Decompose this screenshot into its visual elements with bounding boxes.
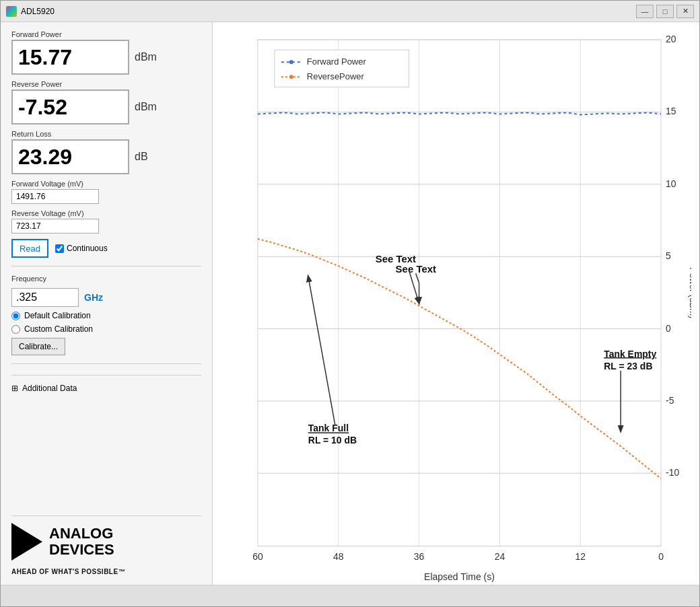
continuous-row: Continuous [55, 244, 108, 253]
fwd-voltage-group: Forward Voltage (mV) 1491.76 [11, 180, 201, 204]
rev-voltage-display: 723.17 [11, 219, 99, 234]
svg-text:Power (dBm): Power (dBm) [688, 267, 691, 318]
ghz-label[interactable]: GHz [84, 292, 103, 303]
reverse-power-label: Reverse Power [11, 80, 201, 88]
return-loss-label: Return Loss [11, 130, 201, 138]
reverse-power-display: -7.52 [11, 90, 129, 124]
fwd-voltage-display: 1491.76 [11, 189, 99, 204]
frequency-label: Frequency [11, 275, 201, 283]
svg-text:0: 0 [658, 551, 664, 562]
frequency-section: Frequency .325 GHz Default Calibration C… [11, 275, 201, 355]
default-cal-row: Default Calibration [11, 311, 201, 320]
right-panel: 20 15 10 5 0 -5 -10 Power (dBm) 60 48 36… [213, 22, 699, 585]
svg-text:RL = 23 dB: RL = 23 dB [604, 361, 652, 371]
return-loss-row: 23.29 dB [11, 139, 201, 174]
main-content: Forward Power 15.77 dBm Reverse Power -7… [1, 22, 699, 585]
return-loss-display: 23.29 [11, 139, 129, 174]
rev-voltage-label: Reverse Voltage (mV) [11, 209, 201, 217]
rev-voltage-group: Reverse Voltage (mV) 723.17 [11, 209, 201, 234]
svg-text:Elapsed Time (s): Elapsed Time (s) [424, 571, 495, 582]
svg-text:Tank Full: Tank Full [308, 423, 349, 433]
calibrate-button[interactable]: Calibrate... [11, 338, 65, 355]
forward-power-row: 15.77 dBm [11, 40, 201, 75]
main-window: ADL5920 — □ ✕ Forward Power 15.77 dBm [0, 0, 700, 607]
logo-tagline: AHEAD OF WHAT'S POSSIBLE™ [11, 568, 125, 575]
power-chart: 20 15 10 5 0 -5 -10 Power (dBm) 60 48 36… [221, 33, 691, 585]
svg-text:36: 36 [414, 551, 425, 562]
fwd-voltage-label: Forward Voltage (mV) [11, 180, 201, 188]
reverse-power-group: Reverse Power -7.52 dBm [11, 80, 201, 124]
reverse-power-unit: dBm [135, 101, 157, 113]
app-icon [6, 6, 17, 17]
custom-cal-row: Custom Calibration [11, 324, 201, 334]
return-loss-unit: dB [135, 151, 148, 163]
logo-main-line2: DEVICES [49, 542, 114, 558]
svg-text:15: 15 [666, 106, 676, 116]
read-button[interactable]: Read [11, 239, 48, 258]
svg-text:12: 12 [575, 551, 586, 562]
return-loss-group: Return Loss 23.29 dB [11, 130, 201, 174]
analog-devices-triangle-icon [11, 523, 42, 561]
additional-data-section[interactable]: ⊞ Additional Data [11, 384, 201, 393]
custom-cal-label: Custom Calibration [24, 324, 93, 334]
close-button[interactable]: ✕ [676, 5, 694, 18]
svg-rect-0 [258, 40, 661, 546]
chart-area: 20 15 10 5 0 -5 -10 Power (dBm) 60 48 36… [221, 33, 691, 585]
continuous-label: Continuous [67, 244, 108, 253]
window-controls: — □ ✕ [636, 5, 694, 18]
default-cal-radio[interactable] [11, 312, 20, 320]
svg-text:Forward Power: Forward Power [307, 57, 367, 67]
frequency-input[interactable]: .325 [11, 288, 79, 307]
svg-text:0: 0 [666, 322, 671, 333]
frequency-row: .325 GHz [11, 288, 201, 307]
continuous-checkbox[interactable] [55, 244, 64, 253]
svg-text:5: 5 [666, 250, 671, 261]
svg-point-35 [289, 75, 293, 79]
svg-text:20: 20 [666, 34, 676, 44]
maximize-button[interactable]: □ [656, 5, 674, 18]
logo-container: ANALOG DEVICES [11, 523, 201, 561]
svg-text:-10: -10 [666, 467, 679, 478]
minimize-button[interactable]: — [636, 5, 654, 18]
forward-power-display: 15.77 [11, 40, 129, 75]
svg-text:-5: -5 [666, 395, 674, 406]
svg-text:ReversePower: ReversePower [307, 71, 365, 81]
default-cal-label: Default Calibration [24, 311, 91, 320]
measurements-section: Forward Power 15.77 dBm Reverse Power -7… [11, 30, 201, 258]
custom-cal-radio[interactable] [11, 325, 20, 334]
divider-2 [11, 363, 201, 364]
forward-power-group: Forward Power 15.77 dBm [11, 30, 201, 75]
forward-power-label: Forward Power [11, 30, 201, 38]
logo-text: ANALOG DEVICES [49, 526, 114, 558]
window-title: ADL5920 [21, 7, 636, 16]
svg-text:RL = 10 dB: RL = 10 dB [308, 435, 357, 445]
svg-text:60: 60 [252, 551, 263, 562]
taskbar [1, 585, 699, 606]
svg-text:48: 48 [333, 551, 344, 562]
svg-point-32 [289, 60, 293, 64]
svg-text:10: 10 [666, 178, 676, 189]
read-row: Read Continuous [11, 239, 201, 258]
additional-label: Additional Data [22, 384, 77, 393]
reverse-power-row: -7.52 dBm [11, 90, 201, 124]
divider-3 [11, 375, 201, 376]
expand-icon: ⊞ [11, 384, 18, 393]
forward-power-unit: dBm [135, 51, 157, 63]
logo-section: ANALOG DEVICES AHEAD OF WHAT'S POSSIBLE™ [11, 515, 201, 577]
logo-main-line1: ANALOG [49, 526, 114, 542]
svg-text:24: 24 [495, 551, 505, 562]
divider-1 [11, 266, 201, 266]
title-bar: ADL5920 — □ ✕ [1, 1, 699, 22]
svg-text:See Text: See Text [396, 263, 436, 275]
left-panel: Forward Power 15.77 dBm Reverse Power -7… [1, 22, 213, 585]
svg-text:See Text: See Text [376, 253, 416, 264]
svg-text:Tank Empty: Tank Empty [604, 349, 656, 359]
